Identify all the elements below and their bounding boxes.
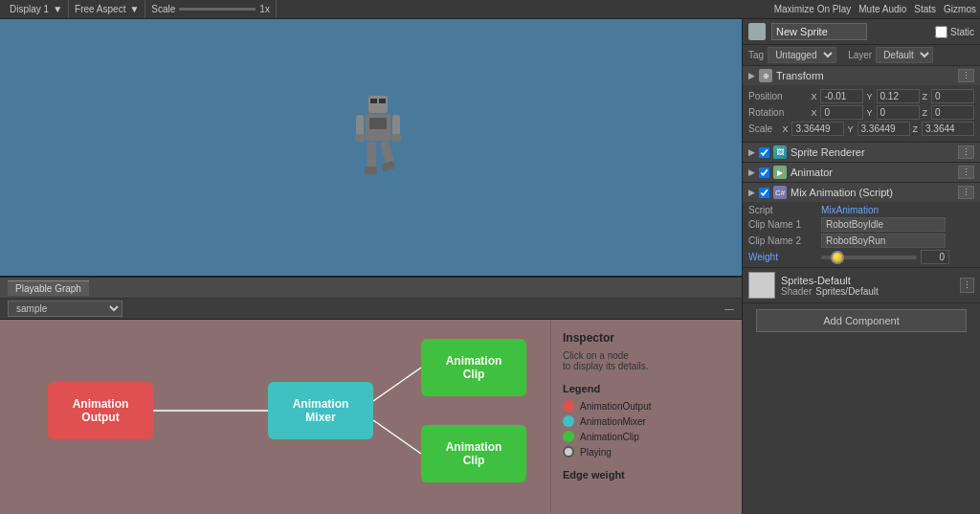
animator-icon: ▶: [773, 166, 787, 179]
display-selector[interactable]: Display 1 ▼: [4, 0, 69, 18]
sprite-renderer-section: ▶ 🖼 Sprite Renderer ⋮: [743, 143, 980, 163]
object-name-input[interactable]: [771, 23, 867, 40]
animation-clip-1-node[interactable]: AnimationClip: [421, 339, 526, 396]
svg-rect-8: [391, 134, 401, 142]
scale-x-input[interactable]: [791, 122, 844, 136]
legend-output-label: AnimationOutput: [580, 401, 652, 412]
static-checkbox[interactable]: [935, 26, 947, 38]
clip1-input[interactable]: [821, 217, 946, 232]
stats-btn[interactable]: Stats: [914, 4, 936, 14]
svg-rect-10: [365, 167, 377, 174]
sprite-renderer-checkbox[interactable]: [759, 147, 769, 158]
rot-x-input[interactable]: [820, 105, 863, 120]
svg-rect-9: [368, 142, 376, 168]
transform-section: ▶ ⊕ Transform ⋮ Position X Y Z: [743, 66, 980, 143]
mix-animation-arrow: ▶: [748, 188, 755, 197]
animation-clip-1-label: AnimationClip: [446, 354, 502, 381]
legend-playing-dot: [563, 446, 574, 458]
material-preview: [748, 272, 775, 299]
svg-line-14: [373, 368, 421, 401]
maximize-on-play-btn[interactable]: Maximize On Play: [774, 4, 852, 14]
pos-y-axis: Y: [866, 92, 872, 101]
graph-header: Playable Graph: [0, 278, 742, 299]
clip2-label: Clip Name 2: [748, 235, 817, 246]
graph-minimize-btn[interactable]: —: [724, 303, 734, 314]
sprite-renderer-header: ▶ 🖼 Sprite Renderer ⋮: [743, 143, 980, 162]
script-label: Script: [748, 205, 817, 215]
static-checkbox-group: Static: [935, 26, 974, 38]
mix-animation-menu-btn[interactable]: ⋮: [958, 186, 974, 199]
graph-toolbar: sample —: [0, 299, 742, 320]
playable-graph: Playable Graph sample —: [0, 278, 742, 514]
svg-rect-2: [379, 99, 386, 103]
transform-name: Transform: [776, 70, 954, 81]
top-bar: Display 1 ▼ Free Aspect ▼ Scale 1x Maxim…: [0, 0, 980, 19]
svg-rect-4: [369, 118, 387, 129]
weight-value: 0: [921, 250, 949, 264]
gizmos-btn[interactable]: Gizmos: [944, 4, 976, 14]
aspect-arrow: ▼: [129, 4, 139, 14]
pos-y-input[interactable]: [877, 89, 920, 103]
graph-tab[interactable]: Playable Graph: [8, 280, 89, 296]
sprite-renderer-menu-btn[interactable]: ⋮: [958, 145, 974, 159]
sprite-renderer-arrow: ▶: [748, 147, 755, 157]
game-view: [0, 19, 742, 278]
rot-z-axis: Z: [923, 108, 928, 118]
pos-z-input[interactable]: [931, 89, 974, 103]
animation-mixer-node[interactable]: AnimationMixer: [268, 382, 373, 439]
sprite-renderer-icon: 🖼: [773, 145, 787, 159]
display-label: Display 1: [10, 4, 49, 14]
scale-label: Scale: [151, 4, 175, 14]
scale-control: Scale 1x: [145, 0, 277, 18]
transform-body: Position X Y Z Rotation X: [743, 85, 980, 142]
svg-rect-12: [381, 161, 395, 171]
top-bar-right: Maximize On Play Mute Audio Stats Gizmos: [774, 4, 976, 14]
animator-menu-btn[interactable]: ⋮: [958, 166, 974, 179]
legend-output-dot: [563, 400, 574, 412]
material-shader: Shader Sprites/Default: [781, 286, 954, 297]
layer-label: Layer: [848, 50, 872, 60]
animation-clip-2-label: AnimationClip: [446, 440, 502, 467]
scale-x-axis: X: [782, 124, 788, 134]
main-layout: Playable Graph sample —: [0, 19, 980, 514]
add-component-button[interactable]: Add Component: [756, 309, 967, 332]
script-value: MixAnimation: [821, 205, 879, 215]
animator-checkbox[interactable]: [759, 168, 769, 178]
rot-y-input[interactable]: [877, 105, 920, 120]
weight-slider-container[interactable]: [821, 251, 917, 264]
pos-x-axis: X: [811, 92, 816, 101]
aspect-selector[interactable]: Free Aspect ▼: [69, 0, 145, 18]
scale-z-input[interactable]: [922, 122, 974, 136]
transform-header: ▶ ⊕ Transform ⋮: [743, 66, 980, 85]
animator-name: Animator: [791, 167, 954, 178]
pos-x-input[interactable]: [820, 89, 863, 103]
transform-menu-btn[interactable]: ⋮: [958, 69, 974, 82]
scale-y-input[interactable]: [858, 122, 910, 136]
rot-z-input[interactable]: [931, 105, 974, 120]
graph-inspector: Inspector Click on a node to display its…: [550, 320, 742, 514]
object-icon: [748, 23, 766, 40]
mute-audio-btn[interactable]: Mute Audio: [858, 4, 906, 14]
svg-rect-1: [370, 99, 377, 103]
svg-rect-5: [356, 115, 364, 136]
scale-slider[interactable]: [179, 8, 256, 11]
legend-clip-dot: [563, 431, 574, 442]
layer-dropdown[interactable]: Default: [876, 47, 933, 63]
material-section: Sprites-Default Shader Sprites/Default ⋮: [743, 268, 980, 303]
clip2-input[interactable]: [821, 234, 946, 248]
scale-y-axis: Y: [847, 124, 853, 134]
svg-rect-7: [392, 115, 400, 136]
graph-sample-select[interactable]: sample: [8, 301, 122, 317]
graph-tab-label: Playable Graph: [15, 283, 81, 294]
material-name: Sprites-Default: [781, 275, 954, 286]
svg-line-15: [373, 420, 421, 454]
material-menu-btn[interactable]: ⋮: [960, 278, 974, 293]
tag-dropdown[interactable]: Untagged: [768, 47, 836, 63]
tag-label: Tag: [748, 50, 764, 60]
legend-title: Legend: [563, 383, 730, 394]
mix-animation-checkbox[interactable]: [759, 188, 769, 198]
static-label: Static: [950, 27, 974, 37]
animation-output-node[interactable]: AnimationOutput: [48, 382, 153, 439]
inspector-title: Inspector: [563, 331, 730, 345]
animation-clip-2-node[interactable]: AnimationClip: [421, 425, 526, 482]
